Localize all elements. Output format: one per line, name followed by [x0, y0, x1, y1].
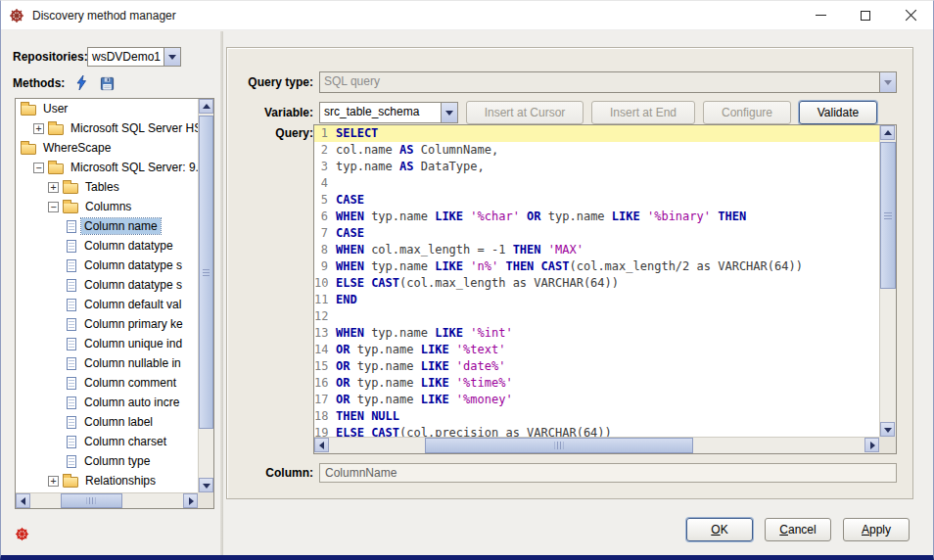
tree-item[interactable]: Column datatype	[16, 236, 198, 256]
scroll-up-button[interactable]	[199, 99, 213, 114]
minimize-button[interactable]	[798, 1, 843, 29]
code-text: OR typ.name LIKE 'date%'	[336, 358, 505, 375]
scroll-thumb[interactable]	[199, 116, 213, 429]
tree-item-label: Column name	[81, 218, 161, 234]
expand-icon[interactable]: +	[33, 123, 44, 134]
scroll-track[interactable]	[30, 493, 183, 508]
tree-item[interactable]: Column name	[16, 216, 198, 236]
tree-vertical-scrollbar[interactable]	[198, 99, 213, 492]
tree-item[interactable]: +Tables	[16, 177, 198, 197]
scroll-left-button[interactable]	[16, 493, 30, 508]
tree-item[interactable]: Column auto incre	[16, 393, 198, 412]
line-number: 19	[314, 425, 336, 437]
insert-at-cursor-button[interactable]: Insert at Cursor	[466, 101, 584, 124]
chevron-down-icon[interactable]	[163, 48, 180, 66]
code-line[interactable]: 7CASE	[314, 225, 879, 242]
scroll-right-button[interactable]	[864, 438, 879, 452]
code-line[interactable]: 13WHEN typ.name LIKE '%int'	[314, 325, 879, 342]
code-line[interactable]: 2col.name AS ColumnName,	[314, 142, 879, 159]
scroll-track[interactable]	[329, 438, 864, 453]
tree-item[interactable]: Column default val	[16, 295, 198, 314]
code-text: WHEN col.max_length = -1 THEN 'MAX'	[336, 242, 584, 258]
document-icon	[67, 299, 76, 311]
line-number: 12	[314, 308, 336, 325]
tree-item[interactable]: User	[16, 99, 198, 118]
tree-item[interactable]: Column comment	[16, 373, 198, 393]
tree-item[interactable]: Column type	[16, 451, 198, 471]
scroll-thumb[interactable]	[425, 438, 693, 453]
code-line[interactable]: 16OR typ.name LIKE '%time%'	[314, 375, 879, 392]
tree-horizontal-scrollbar[interactable]	[16, 492, 198, 508]
code-line[interactable]: 3typ.name AS DataType,	[314, 159, 879, 175]
cancel-button[interactable]: Cancel	[765, 518, 831, 541]
expand-icon[interactable]: +	[48, 182, 59, 193]
code-line[interactable]: 14OR typ.name LIKE '%text'	[314, 342, 879, 358]
code-line[interactable]: 4	[314, 175, 879, 192]
scroll-down-button[interactable]	[880, 422, 895, 437]
scroll-track[interactable]	[880, 140, 896, 422]
code-line[interactable]: 10ELSE CAST(col.max_length as VARCHAR(64…	[314, 275, 879, 292]
code-line[interactable]: 12	[314, 308, 879, 325]
tree-item[interactable]: Column charset	[16, 432, 198, 451]
scroll-thumb[interactable]	[61, 493, 121, 508]
tree-item[interactable]: Column datatype s	[16, 275, 198, 295]
code-line[interactable]: 6WHEN typ.name LIKE '%char' OR typ.name …	[314, 209, 879, 225]
tree-item[interactable]: +Relationships	[16, 471, 198, 490]
code-line[interactable]: 5CASE	[314, 192, 879, 209]
code-line[interactable]: 11END	[314, 292, 879, 308]
code-line[interactable]: 19ELSE CAST(col.precision as VARCHAR(64)…	[314, 425, 879, 437]
code-line[interactable]: 1SELECT	[314, 125, 879, 142]
insert-at-end-button[interactable]: Insert at End	[591, 101, 695, 124]
tree-item[interactable]: Column label	[16, 412, 198, 432]
tree-item[interactable]: Column unique ind	[16, 334, 198, 353]
code-line[interactable]: 9WHEN typ.name LIKE 'n%' THEN CAST(col.m…	[314, 258, 879, 275]
query-code-area[interactable]: 1SELECT2col.name AS ColumnName,3typ.name…	[314, 125, 879, 437]
code-text: SELECT	[336, 125, 378, 142]
scroll-down-button[interactable]	[199, 478, 213, 492]
scroll-right-button[interactable]	[183, 493, 198, 508]
column-field[interactable]	[319, 463, 897, 483]
tree-item[interactable]: +Microsoft SQL Server HS: 9	[16, 118, 198, 138]
apply-button[interactable]: Apply	[843, 518, 910, 541]
tree-item[interactable]: −Microsoft SQL Server: 9.0 -	[16, 158, 198, 177]
code-line[interactable]: 18THEN NULL	[314, 408, 879, 425]
line-number: 16	[314, 375, 336, 392]
close-button[interactable]	[888, 1, 933, 29]
scroll-track[interactable]	[199, 114, 213, 478]
code-text: typ.name AS DataType,	[336, 159, 485, 175]
folder-icon	[63, 477, 78, 488]
collapse-icon[interactable]: −	[33, 163, 44, 173]
tree-item[interactable]: Column primary ke	[16, 314, 198, 334]
tree-item[interactable]: −Columns	[16, 197, 198, 216]
scroll-up-button[interactable]	[880, 125, 895, 140]
configure-button[interactable]: Configure	[703, 101, 791, 124]
titlebar[interactable]: Discovery method manager	[1, 1, 933, 30]
tree-item[interactable]: Column nullable in	[16, 353, 198, 373]
tree-item[interactable]: Column datatype s	[16, 256, 198, 275]
line-number: 7	[314, 225, 336, 242]
panel-splitter[interactable]	[220, 31, 223, 555]
scroll-thumb[interactable]	[880, 142, 896, 289]
code-line[interactable]: 17OR typ.name LIKE '%money'	[314, 392, 879, 408]
ok-button[interactable]: OK	[686, 518, 753, 541]
repository-select[interactable]: wsDVDemo1	[87, 47, 181, 67]
chevron-down-icon	[879, 72, 896, 92]
editor-horizontal-scrollbar[interactable]	[314, 437, 879, 453]
maximize-button[interactable]	[843, 1, 888, 29]
tree-item[interactable]: WhereScape	[16, 138, 198, 158]
refresh-methods-button[interactable]	[71, 74, 91, 92]
expand-icon[interactable]: +	[48, 476, 59, 487]
scroll-left-button[interactable]	[314, 438, 329, 452]
variable-select[interactable]: src_table_schema	[319, 102, 458, 123]
code-line[interactable]: 15OR typ.name LIKE 'date%'	[314, 358, 879, 375]
chevron-down-icon[interactable]	[441, 103, 457, 122]
document-icon	[67, 338, 76, 350]
editor-vertical-scrollbar[interactable]	[879, 125, 896, 437]
save-methods-button[interactable]	[97, 74, 117, 92]
method-tree[interactable]: User+Microsoft SQL Server HS: 9WhereScap…	[16, 99, 198, 492]
collapse-icon[interactable]: −	[48, 202, 59, 212]
validate-button[interactable]: Validate	[799, 101, 877, 124]
tree-item-label: Column datatype	[81, 238, 176, 254]
variable-row: Variable: src_table_schema Insert at Cur…	[237, 101, 877, 124]
code-line[interactable]: 8WHEN col.max_length = -1 THEN 'MAX'	[314, 242, 879, 258]
